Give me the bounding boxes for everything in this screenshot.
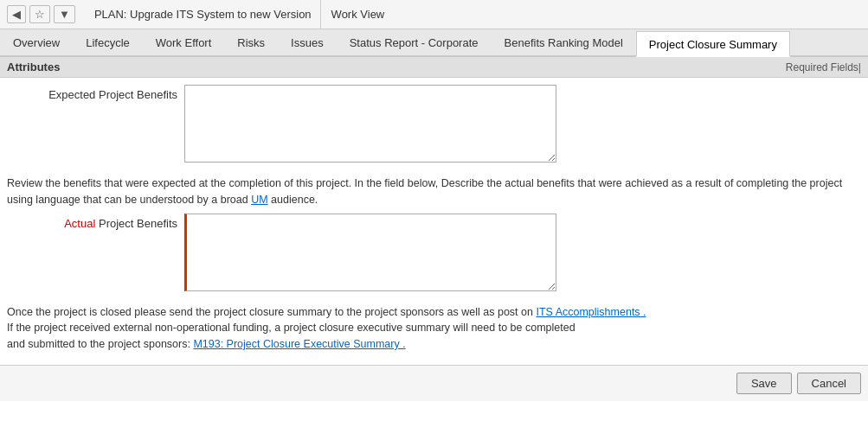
attributes-label: Attributes <box>7 61 60 73</box>
um-link[interactable]: UM <box>251 194 267 206</box>
tab-status-report[interactable]: Status Report - Corporate <box>337 29 492 55</box>
content-area: Attributes Required Fields| Expected Pro… <box>0 57 868 401</box>
plan-title: PLAN: Upgrade ITS System to new Version <box>86 0 321 29</box>
tab-risks[interactable]: Risks <box>224 29 278 55</box>
actual-benefits-label: Actual Project Benefits <box>7 214 184 230</box>
info-text-2a: Once the project is closed please send t… <box>7 306 536 318</box>
actual-label-part1: Actual <box>64 217 95 230</box>
info-text-1-end: audience. <box>268 194 318 206</box>
top-bar: ◀ ☆ ▼ PLAN: Upgrade ITS System to new Ve… <box>0 0 868 29</box>
info-text-1-body: Review the benefits that were expected a… <box>7 177 842 206</box>
tab-issues[interactable]: Issues <box>278 29 337 55</box>
tab-bar: Overview Lifecycle Work Effort Risks Iss… <box>0 29 868 57</box>
m193-link[interactable]: M193: Project Closure Executive Summary … <box>193 338 405 350</box>
star-button[interactable]: ☆ <box>29 5 50 23</box>
tab-project-closure[interactable]: Project Closure Summary <box>636 31 790 57</box>
actual-benefits-textarea[interactable] <box>184 214 556 291</box>
expected-benefits-row: Expected Project Benefits <box>0 85 868 165</box>
tab-benefits-ranking[interactable]: Benefits Ranking Model <box>492 29 636 55</box>
its-accomplishments-link[interactable]: ITS Accomplishments . <box>536 306 646 318</box>
info-text-1: Review the benefits that were expected a… <box>0 170 868 214</box>
expected-benefits-input-wrapper <box>184 85 556 165</box>
footer: Save Cancel <box>0 365 868 401</box>
save-button[interactable]: Save <box>736 373 792 394</box>
tab-overview[interactable]: Overview <box>0 29 73 55</box>
tab-work-effort[interactable]: Work Effort <box>143 29 225 55</box>
info-text-2: Once the project is closed please send t… <box>0 299 868 358</box>
expected-benefits-label: Expected Project Benefits <box>7 85 184 101</box>
info-text-3b: and submitted to the project sponsors: <box>7 338 193 350</box>
work-view-tab[interactable]: Work View <box>321 0 395 29</box>
attributes-header: Attributes Required Fields| <box>0 57 868 78</box>
actual-benefits-row: Actual Project Benefits <box>0 214 868 294</box>
form-area: Expected Project Benefits Review the ben… <box>0 78 868 365</box>
actual-benefits-input-wrapper <box>184 214 556 294</box>
dropdown-button[interactable]: ▼ <box>54 5 75 23</box>
tab-lifecycle[interactable]: Lifecycle <box>73 29 143 55</box>
info-text-3a: If the project received external non-ope… <box>7 322 575 334</box>
required-fields-label: Required Fields| <box>786 61 861 73</box>
back-button[interactable]: ◀ <box>7 5 26 23</box>
cancel-button[interactable]: Cancel <box>797 373 861 394</box>
actual-label-part2: Project Benefits <box>95 217 177 230</box>
nav-buttons: ◀ ☆ ▼ <box>7 5 75 23</box>
expected-benefits-textarea[interactable] <box>184 85 556 163</box>
